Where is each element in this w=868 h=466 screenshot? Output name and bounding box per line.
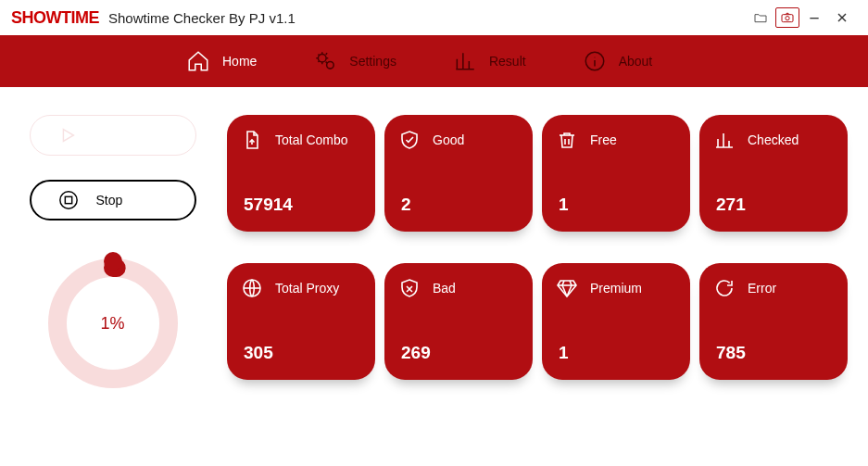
nav-home[interactable]: Home bbox=[185, 48, 257, 74]
svg-rect-12 bbox=[65, 196, 71, 203]
nav-result-label: Result bbox=[489, 54, 526, 69]
card-value: 57914 bbox=[240, 195, 364, 219]
upload-file-icon bbox=[240, 128, 264, 152]
diamond-icon bbox=[555, 276, 579, 300]
card-checked: Checked 271 bbox=[699, 115, 848, 232]
card-value: 2 bbox=[397, 195, 522, 219]
stop-icon bbox=[57, 189, 80, 211]
stop-label: Stop bbox=[96, 193, 123, 208]
brand-logo: SHOWTIME bbox=[11, 8, 99, 28]
shield-check-icon bbox=[397, 128, 421, 152]
card-premium: Premium 1 bbox=[542, 263, 690, 380]
card-value: 1 bbox=[555, 343, 679, 367]
nav-about-label: About bbox=[619, 54, 653, 69]
card-error: Error 785 bbox=[699, 263, 848, 380]
card-value: 271 bbox=[712, 195, 837, 219]
card-free: Free 1 bbox=[542, 115, 690, 232]
close-button[interactable] bbox=[829, 6, 855, 29]
card-value: 305 bbox=[240, 343, 364, 367]
start-button[interactable] bbox=[30, 115, 196, 156]
settings-icon bbox=[312, 48, 338, 74]
play-icon bbox=[57, 124, 79, 146]
svg-point-6 bbox=[327, 62, 334, 69]
card-value: 1 bbox=[555, 195, 679, 219]
card-good: Good 2 bbox=[384, 115, 533, 232]
card-value: 269 bbox=[397, 343, 522, 367]
camera-icon[interactable] bbox=[775, 7, 799, 28]
refresh-icon bbox=[712, 276, 736, 300]
nav-home-label: Home bbox=[222, 54, 257, 69]
controls-column: Stop 1% bbox=[20, 115, 205, 393]
app-title: Showtime Checker By PJ v1.1 bbox=[108, 10, 296, 26]
folder-icon[interactable] bbox=[748, 6, 774, 29]
card-value: 785 bbox=[712, 343, 837, 367]
svg-rect-0 bbox=[782, 15, 793, 22]
stop-button[interactable]: Stop bbox=[30, 180, 196, 220]
main-area: Stop 1% Total Combo 57914 bbox=[0, 87, 868, 402]
trash-icon bbox=[555, 128, 579, 152]
globe-icon bbox=[240, 276, 264, 300]
card-label: Total Proxy bbox=[275, 281, 339, 296]
card-total-proxy: Total Proxy 305 bbox=[227, 263, 375, 380]
card-label: Error bbox=[748, 281, 776, 296]
card-label: Good bbox=[433, 132, 464, 147]
card-label: Premium bbox=[590, 281, 642, 296]
svg-marker-10 bbox=[63, 130, 73, 142]
nav-settings-label: Settings bbox=[349, 54, 396, 69]
card-label: Bad bbox=[433, 281, 456, 296]
nav-result[interactable]: Result bbox=[452, 48, 526, 74]
card-label: Checked bbox=[748, 132, 799, 147]
result-icon bbox=[452, 48, 478, 74]
title-bar: SHOWTIME Showtime Checker By PJ v1.1 bbox=[0, 0, 868, 35]
bars-icon bbox=[712, 128, 736, 152]
nav-settings[interactable]: Settings bbox=[312, 48, 396, 74]
svg-point-1 bbox=[786, 17, 789, 20]
stats-grid: Total Combo 57914 Good 2 Free 1 bbox=[227, 115, 848, 393]
shield-x-icon bbox=[397, 276, 421, 300]
card-label: Free bbox=[590, 132, 617, 147]
progress-donut: 1% bbox=[44, 254, 182, 393]
nav-bar: Home Settings Result About bbox=[0, 35, 868, 87]
card-label: Total Combo bbox=[275, 132, 348, 147]
card-bad: Bad 269 bbox=[384, 263, 533, 380]
nav-about[interactable]: About bbox=[582, 48, 653, 74]
minimize-button[interactable] bbox=[801, 6, 827, 29]
home-icon bbox=[185, 48, 211, 74]
about-icon bbox=[582, 48, 608, 74]
progress-percent-label: 1% bbox=[44, 254, 182, 393]
card-total-combo: Total Combo 57914 bbox=[227, 115, 375, 232]
svg-point-11 bbox=[59, 192, 76, 208]
